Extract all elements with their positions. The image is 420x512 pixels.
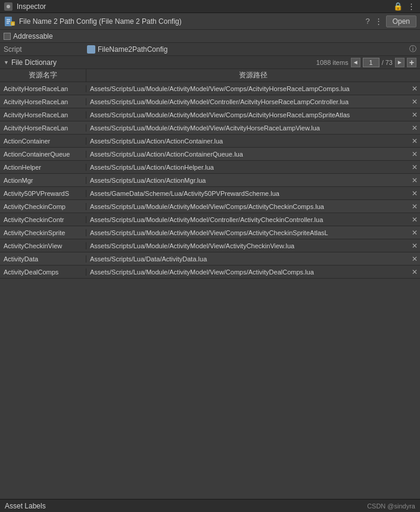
table-row: ActivityCheckinSpriteAssets/Scripts/Lua/… xyxy=(0,226,420,239)
script-filename: FileName2PathConfig xyxy=(98,45,167,54)
table-row: ActivityDataAssets/Scripts/Lua/Data/Acti… xyxy=(0,252,420,266)
cell-name: ActivityCheckinComp xyxy=(0,203,86,210)
cell-path: Assets/Scripts/Lua/Module/ActivityModel/… xyxy=(86,85,409,92)
cell-name: ActionHelper xyxy=(0,164,86,171)
table-row: ActionContainerQueueAssets/Scripts/Lua/A… xyxy=(0,148,420,161)
table-row: AcitvityHorseRaceLanAssets/Scripts/Lua/M… xyxy=(0,108,420,121)
cell-path: Assets/Scripts/Lua/Action/ActionContaine… xyxy=(86,138,409,145)
cell-path: Assets/Scripts/Lua/Action/ActionContaine… xyxy=(86,151,409,158)
lock-icon[interactable]: 🔒 xyxy=(392,2,404,11)
table-row: Activity50PVPrewardSAssets/GameData/Sche… xyxy=(0,187,420,200)
svg-point-1 xyxy=(7,5,10,8)
cell-name: ActivityCheckinView xyxy=(0,242,86,249)
title-bar-label: Inspector xyxy=(17,2,388,11)
delete-row-button[interactable]: ✕ xyxy=(409,189,420,198)
cell-name: ActionMgr xyxy=(0,177,86,184)
delete-row-button[interactable]: ✕ xyxy=(409,268,420,276)
table-row: ActivityCheckinCompAssets/Scripts/Lua/Mo… xyxy=(0,200,420,213)
cell-name: AcitvityHorseRaceLan xyxy=(0,98,86,105)
cell-name: Activity50PVPrewardS xyxy=(0,190,86,197)
script-row: Script FileName2PathConfig ⓘ xyxy=(0,43,420,56)
svg-rect-3 xyxy=(7,19,10,20)
table-row: ActivityCheckinViewAssets/Scripts/Lua/Mo… xyxy=(0,239,420,252)
header-row: {} File Name 2 Path Config (File Name 2 … xyxy=(0,13,420,30)
cell-name: ActivityDealComps xyxy=(0,269,86,276)
delete-row-button[interactable]: ✕ xyxy=(409,137,420,145)
dict-title: ▼ File Dictionary xyxy=(4,58,316,67)
cell-name: AcitvityHorseRaceLan xyxy=(0,124,86,132)
open-button[interactable]: Open xyxy=(386,15,416,27)
title-bar: Inspector 🔒 ⋮ xyxy=(0,0,420,13)
cell-path: Assets/Scripts/Lua/Module/ActivityModel/… xyxy=(86,216,409,223)
delete-row-button[interactable]: ✕ xyxy=(409,163,420,171)
table-body: AcitvityHorseRaceLanAssets/Scripts/Lua/M… xyxy=(0,82,420,279)
svg-rect-5 xyxy=(7,23,9,24)
table-row: ActionMgrAssets/Scripts/Lua/Action/Actio… xyxy=(0,174,420,187)
expand-triangle-icon[interactable]: ▼ xyxy=(4,60,9,65)
addressable-label: Addressable xyxy=(13,32,53,40)
cell-path: Assets/Scripts/Lua/Action/ActionHelper.l… xyxy=(86,164,409,171)
add-entry-button[interactable]: + xyxy=(407,58,416,67)
cell-name: AcitvityHorseRaceLan xyxy=(0,111,86,118)
table-row: ActivityDealCompsAssets/Scripts/Lua/Modu… xyxy=(0,266,420,279)
cell-name: ActivityCheckinSprite xyxy=(0,229,86,236)
cell-name: ActivityData xyxy=(0,255,86,263)
prev-page-button[interactable]: ◄ xyxy=(351,58,360,67)
delete-row-button[interactable]: ✕ xyxy=(409,124,420,132)
delete-row-button[interactable]: ✕ xyxy=(409,229,420,237)
page-input[interactable] xyxy=(363,58,379,67)
delete-row-button[interactable]: ✕ xyxy=(409,255,420,263)
delete-row-button[interactable]: ✕ xyxy=(409,150,420,158)
script-info-icon[interactable]: ⓘ xyxy=(409,44,416,54)
cell-path: Assets/GameData/Scheme/Lua/Activity50PVP… xyxy=(86,190,409,197)
cell-name: ActivityCheckinContr xyxy=(0,216,86,223)
delete-row-button[interactable]: ✕ xyxy=(409,216,420,224)
cell-path: Assets/Scripts/Lua/Module/ActivityModel/… xyxy=(86,124,409,132)
delete-row-button[interactable]: ✕ xyxy=(409,98,420,106)
cell-path: Assets/Scripts/Lua/Module/ActivityModel/… xyxy=(86,98,409,105)
col-path-header: 资源路径 xyxy=(86,69,420,82)
cell-path: Assets/Scripts/Lua/Module/ActivityModel/… xyxy=(86,111,409,118)
header-controls: ? ⋮ Open xyxy=(364,15,416,27)
delete-row-button[interactable]: ✕ xyxy=(409,242,420,250)
inspector-icon xyxy=(4,2,13,11)
menu-icon[interactable]: ⋮ xyxy=(406,2,416,11)
delete-row-button[interactable]: ✕ xyxy=(409,202,420,211)
script-value: FileName2PathConfig ⓘ xyxy=(87,44,416,54)
delete-row-button[interactable]: ✕ xyxy=(409,111,420,119)
addressable-checkbox[interactable] xyxy=(4,33,11,40)
table-row: ActivityCheckinContrAssets/Scripts/Lua/M… xyxy=(0,213,420,226)
addressable-row: Addressable xyxy=(0,30,420,43)
cell-path: Assets/Scripts/Lua/Action/ActionMgr.lua xyxy=(86,177,409,184)
cell-name: ActionContainerQueue xyxy=(0,151,86,158)
table-row: AcitvityHorseRaceLanAssets/Scripts/Lua/M… xyxy=(0,95,420,108)
next-page-button[interactable]: ► xyxy=(395,58,405,67)
items-count: 1088 items xyxy=(316,59,349,66)
cell-name: ActionContainer xyxy=(0,138,86,145)
script-file-icon xyxy=(87,45,95,54)
col-name-header: 资源名字 xyxy=(0,69,86,82)
cell-path: Assets/Scripts/Lua/Data/ActivityData.lua xyxy=(86,255,409,263)
dict-controls: 1088 items ◄ / 73 ► + xyxy=(316,58,416,67)
table-row: ActionContainerAssets/Scripts/Lua/Action… xyxy=(0,135,420,148)
delete-row-button[interactable]: ✕ xyxy=(409,176,420,185)
svg-rect-4 xyxy=(7,21,10,22)
cell-path: Assets/Scripts/Lua/Module/ActivityModel/… xyxy=(86,229,409,236)
title-bar-controls: 🔒 ⋮ xyxy=(392,2,416,11)
script-label: Script xyxy=(4,45,87,54)
watermark: CSDN @sindyra xyxy=(367,502,415,510)
file-dictionary-header: ▼ File Dictionary 1088 items ◄ / 73 ► + xyxy=(0,56,420,69)
help-icon[interactable]: ? xyxy=(364,17,371,26)
svg-text:{}: {} xyxy=(12,22,14,26)
cell-path: Assets/Scripts/Lua/Module/ActivityModel/… xyxy=(86,242,409,249)
table-row: AcitvityHorseRaceLanAssets/Scripts/Lua/M… xyxy=(0,121,420,135)
asset-labels-label: Asset Labels xyxy=(5,502,367,510)
file-config-icon: {} xyxy=(4,15,15,27)
cell-path: Assets/Scripts/Lua/Module/ActivityModel/… xyxy=(86,203,409,210)
table-row: ActionHelperAssets/Scripts/Lua/Action/Ac… xyxy=(0,161,420,174)
header-settings-icon[interactable]: ⋮ xyxy=(374,17,384,26)
cell-name: AcitvityHorseRaceLan xyxy=(0,85,86,92)
delete-row-button[interactable]: ✕ xyxy=(409,85,420,93)
table-row: AcitvityHorseRaceLanAssets/Scripts/Lua/M… xyxy=(0,82,420,95)
dict-title-label: File Dictionary xyxy=(11,58,57,67)
